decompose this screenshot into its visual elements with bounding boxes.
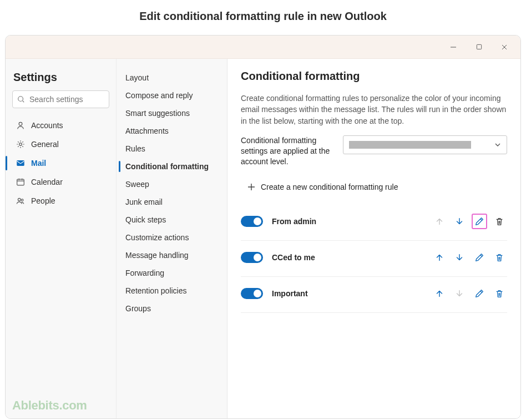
sub-item-forwarding[interactable]: Forwarding	[117, 264, 227, 282]
svg-point-3	[19, 143, 22, 146]
nav-item-mail[interactable]: Mail	[12, 154, 109, 173]
svg-rect-4	[17, 160, 24, 166]
account-select[interactable]	[343, 135, 507, 154]
move-up-button[interactable]	[432, 250, 447, 265]
sub-label: Layout	[125, 73, 149, 82]
nav-item-people[interactable]: People	[12, 191, 109, 210]
sub-item-compose-and-reply[interactable]: Compose and reply	[117, 87, 227, 104]
delete-rule-button[interactable]	[492, 214, 507, 229]
edit-rule-button[interactable]	[472, 250, 487, 265]
sub-label: Groups	[125, 304, 151, 313]
subnav-list: Layout Compose and reply Smart suggestio…	[117, 69, 227, 317]
move-up-button	[432, 214, 447, 229]
sub-item-rules[interactable]: Rules	[117, 140, 227, 158]
edit-rule-button[interactable]	[472, 286, 487, 301]
trash-icon	[494, 289, 504, 298]
mail-icon	[16, 158, 26, 168]
nav-label: Calendar	[31, 178, 63, 186]
create-rule-button[interactable]: Create a new conditional formatting rule	[241, 179, 507, 195]
rule-toggle[interactable]	[241, 216, 263, 227]
rule-actions	[432, 250, 507, 265]
sub-item-message-handling[interactable]: Message handling	[117, 246, 227, 264]
svg-point-2	[19, 122, 22, 125]
sub-item-attachments[interactable]: Attachments	[117, 122, 227, 140]
sub-item-junk-email[interactable]: Junk email	[117, 193, 227, 211]
search-input[interactable]	[28, 94, 104, 104]
plus-icon	[247, 183, 255, 191]
svg-point-1	[18, 97, 23, 102]
settings-window: Settings Accounts General Mail	[5, 35, 521, 419]
nav-label: General	[31, 140, 59, 149]
mail-subnav: Layout Compose and reply Smart suggestio…	[117, 59, 227, 418]
maximize-icon	[476, 44, 482, 50]
delete-rule-button[interactable]	[492, 286, 507, 301]
sub-item-groups[interactable]: Groups	[117, 300, 227, 317]
sub-item-conditional-formatting[interactable]: Conditional formatting	[117, 158, 227, 175]
edit-rule-button[interactable]	[472, 214, 487, 229]
pencil-icon	[474, 216, 484, 226]
page-title: Edit conditional formatting rule in new …	[0, 10, 526, 23]
arrow-up-icon	[434, 289, 444, 298]
svg-rect-5	[17, 179, 24, 185]
svg-rect-0	[477, 44, 481, 49]
rules-list: From admin	[241, 205, 507, 313]
settings-sidebar: Settings Accounts General Mail	[6, 59, 117, 418]
settings-header: Settings	[13, 71, 108, 84]
titlebar	[6, 36, 520, 59]
calendar-icon	[16, 177, 26, 187]
chevron-down-icon	[494, 141, 501, 148]
rule-toggle[interactable]	[241, 288, 263, 299]
rule-row: CCed to me	[241, 241, 507, 277]
person-icon	[16, 120, 26, 130]
create-rule-label: Create a new conditional formatting rule	[261, 183, 398, 191]
sub-item-retention-policies[interactable]: Retention policies	[117, 282, 227, 300]
nav-label: Accounts	[31, 121, 63, 130]
sub-label: Rules	[125, 144, 145, 153]
sub-label: Customize actions	[125, 233, 189, 242]
sub-label: Conditional formatting	[125, 162, 209, 171]
close-icon	[501, 44, 508, 50]
arrow-down-icon	[454, 289, 464, 298]
rule-toggle[interactable]	[241, 252, 263, 263]
maximize-button[interactable]	[466, 36, 492, 59]
sub-item-sweep[interactable]: Sweep	[117, 175, 227, 193]
nav-item-accounts[interactable]: Accounts	[12, 116, 109, 135]
pencil-icon	[474, 252, 484, 262]
minimize-button[interactable]	[441, 36, 466, 59]
close-button[interactable]	[492, 36, 517, 59]
sub-label: Junk email	[125, 198, 163, 206]
arrow-up-icon	[434, 252, 444, 262]
people-icon	[16, 196, 26, 206]
sub-label: Compose and reply	[125, 91, 193, 100]
nav-item-general[interactable]: General	[12, 135, 109, 154]
sub-label: Retention policies	[125, 286, 187, 295]
move-down-button[interactable]	[452, 214, 467, 229]
account-scope-row: Conditional formatting settings are appl…	[241, 135, 507, 167]
nav-label: Mail	[31, 159, 46, 168]
trash-icon	[494, 216, 504, 226]
main-title: Conditional formatting	[241, 70, 507, 83]
rule-actions	[432, 286, 507, 301]
arrow-down-icon	[454, 216, 464, 226]
rule-name: Important	[272, 289, 308, 298]
move-down-button[interactable]	[452, 250, 467, 265]
sub-item-smart-suggestions[interactable]: Smart suggestions	[117, 104, 227, 122]
intro-text: Create conditional formatting rules to p…	[241, 93, 507, 126]
main-pane: Conditional formatting Create conditiona…	[227, 59, 520, 418]
sub-label: Forwarding	[125, 269, 164, 277]
move-up-button[interactable]	[432, 286, 447, 301]
rule-name: From admin	[272, 217, 316, 226]
arrow-down-icon	[454, 252, 464, 262]
nav-item-calendar[interactable]: Calendar	[12, 173, 109, 191]
sub-label: Smart suggestions	[125, 109, 190, 118]
sub-item-quick-steps[interactable]: Quick steps	[117, 211, 227, 229]
arrow-up-icon	[434, 216, 444, 226]
trash-icon	[494, 252, 504, 262]
search-settings[interactable]	[12, 90, 109, 108]
rule-name: CCed to me	[272, 253, 315, 262]
delete-rule-button[interactable]	[492, 250, 507, 265]
pencil-icon	[474, 289, 484, 298]
sub-item-layout[interactable]: Layout	[117, 69, 227, 87]
sub-label: Attachments	[125, 126, 169, 135]
sub-item-customize-actions[interactable]: Customize actions	[117, 229, 227, 246]
